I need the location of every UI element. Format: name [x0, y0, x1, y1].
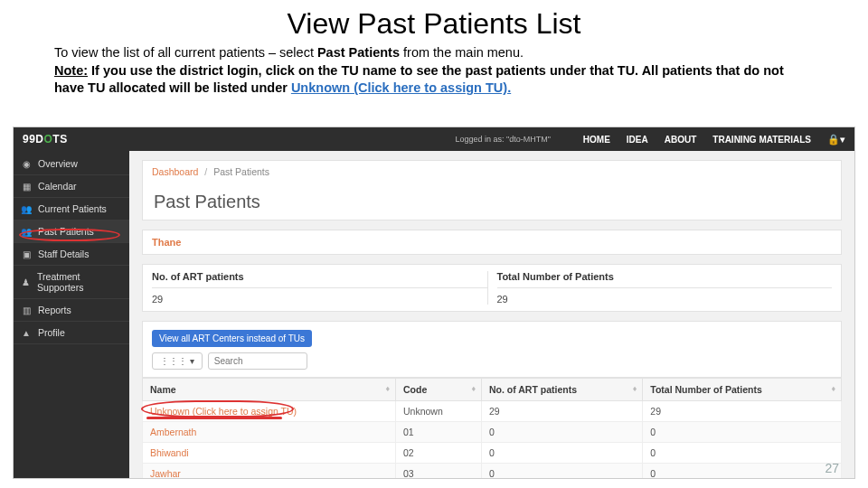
- sidebar-item-staff[interactable]: ▣Staff Details: [14, 243, 129, 266]
- tu-total: 0: [643, 422, 842, 443]
- sort-icon: ♦: [385, 384, 390, 393]
- sidebar-item-label: Profile: [38, 327, 65, 338]
- people-icon: 👥: [21, 204, 32, 214]
- table-row[interactable]: Ambernath0100: [143, 422, 842, 443]
- instr-text2: from the main menu.: [400, 45, 524, 60]
- col-label: Total Number of Patients: [650, 384, 761, 395]
- sidebar-item-overview[interactable]: ◉Overview: [14, 153, 129, 175]
- sidebar-item-reports[interactable]: ▥Reports: [14, 299, 129, 322]
- lock-icon[interactable]: 🔒▾: [827, 134, 845, 145]
- district-name: Thane: [152, 237, 181, 248]
- page-number: 27: [825, 461, 839, 475]
- breadcrumb-sep: /: [204, 166, 207, 177]
- tu-name-link[interactable]: Jawhar: [150, 468, 181, 478]
- sidebar-item-label: Reports: [38, 305, 71, 315]
- tu-name-link[interactable]: Unknown (Click here to assign TU): [150, 406, 297, 417]
- instr-bold: Past Patients: [317, 45, 400, 60]
- stat-total-header: Total Number of Patients: [497, 271, 833, 288]
- brand-tail: TS: [52, 133, 67, 145]
- nav-about[interactable]: ABOUT: [665, 135, 697, 145]
- col-total[interactable]: Total Number of Patients♦: [643, 379, 842, 401]
- page-title: Past Patients: [154, 192, 830, 212]
- sidebar-item-current-patients[interactable]: 👥Current Patients: [14, 198, 129, 221]
- sort-icon: ♦: [471, 384, 476, 393]
- sidebar-item-label: Treatment Supporters: [37, 271, 122, 293]
- brand-logo[interactable]: 99DOTS: [23, 133, 68, 145]
- tu-art: 0: [482, 464, 643, 479]
- tu-art: 29: [482, 401, 643, 422]
- table-row[interactable]: Unknown (Click here to assign TU)Unknown…: [143, 401, 842, 422]
- breadcrumb-current: Past Patients: [213, 166, 269, 177]
- columns-button[interactable]: ⋮⋮⋮ ▾: [152, 352, 203, 370]
- sidebar-item-profile[interactable]: ▲Profile: [14, 322, 129, 344]
- content-area: Dashboard / Past Patients Past Patients …: [129, 151, 854, 478]
- tu-name-link[interactable]: Ambernath: [150, 427, 196, 437]
- tu-art: 0: [482, 422, 643, 443]
- nav-training[interactable]: TRAINING MATERIALS: [712, 135, 811, 145]
- stat-total-value: 29: [497, 288, 833, 305]
- staff-icon: ▣: [21, 249, 32, 259]
- sidebar-item-past-patients[interactable]: 👥Past Patients: [14, 221, 129, 243]
- sidebar-item-label: Staff Details: [38, 249, 89, 259]
- district-row[interactable]: Thane: [142, 230, 842, 255]
- instr-text: To view the list of all current patients…: [54, 45, 317, 60]
- top-bar: 99DOTS Logged in as: "dto-MHTM" HOME IDE…: [14, 127, 854, 151]
- sidebar-item-label: Current Patients: [38, 203, 107, 214]
- tu-name-link[interactable]: Bhiwandi: [150, 447, 189, 458]
- tu-total: 0: [643, 464, 842, 479]
- search-input[interactable]: [208, 352, 307, 370]
- tu-total: 29: [643, 401, 842, 422]
- tu-code: 02: [395, 443, 481, 464]
- nav-home[interactable]: HOME: [583, 135, 610, 145]
- profile-icon: ▲: [21, 328, 32, 338]
- sort-icon: ♦: [831, 384, 835, 393]
- sidebar-item-label: Calendar: [38, 181, 77, 192]
- brand-text: 99D: [23, 133, 44, 145]
- tu-table: Name♦ Code♦ No. of ART patients♦ Total N…: [142, 378, 842, 478]
- sidebar-item-calendar[interactable]: ▦Calendar: [14, 175, 129, 198]
- col-code[interactable]: Code♦: [395, 379, 481, 401]
- sidebar-item-supporters[interactable]: ♟Treatment Supporters: [14, 266, 129, 299]
- stats-panel: No. of ART patients 29 Total Number of P…: [142, 264, 842, 312]
- app-screenshot: 99DOTS Logged in as: "dto-MHTM" HOME IDE…: [13, 127, 855, 479]
- note-label: Note:: [54, 63, 88, 78]
- tu-code: Unknown: [395, 401, 481, 422]
- breadcrumb: Dashboard / Past Patients: [142, 160, 842, 183]
- col-name[interactable]: Name♦: [143, 379, 396, 401]
- slide-title: View Past Patients List: [0, 7, 868, 41]
- sidebar: ◉Overview ▦Calendar 👥Current Patients 👥P…: [14, 151, 129, 478]
- slide-instructions: To view the list of all current patients…: [0, 44, 868, 98]
- sidebar-item-label: Overview: [38, 158, 78, 169]
- stat-art-value: 29: [152, 288, 487, 305]
- col-label: No. of ART patients: [489, 384, 577, 395]
- support-icon: ♟: [21, 277, 31, 287]
- sort-icon: ♦: [633, 384, 637, 393]
- overview-icon: ◉: [21, 159, 32, 169]
- brand-accent: O: [44, 133, 53, 145]
- stat-art-header: No. of ART patients: [152, 271, 487, 288]
- tu-code: 01: [395, 422, 481, 443]
- breadcrumb-root[interactable]: Dashboard: [152, 166, 198, 177]
- tu-code: 03: [395, 464, 481, 479]
- col-label: Code: [403, 384, 427, 395]
- col-art[interactable]: No. of ART patients♦: [482, 379, 643, 401]
- nav-idea[interactable]: IDEA: [627, 135, 648, 145]
- tu-total: 0: [643, 443, 842, 464]
- col-label: Name: [150, 384, 176, 395]
- table-row[interactable]: Jawhar0300: [143, 464, 842, 479]
- table-row[interactable]: Bhiwandi0200: [143, 443, 842, 464]
- tu-art: 0: [482, 443, 643, 464]
- note-link: Unknown (Click here to assign TU).: [291, 80, 511, 95]
- view-all-art-button[interactable]: View all ART Centers instead of TUs: [152, 330, 312, 347]
- logged-in-text: Logged in as: "dto-MHTM": [455, 135, 550, 144]
- reports-icon: ▥: [21, 305, 32, 315]
- calendar-icon: ▦: [21, 182, 32, 192]
- table-toolbar: View all ART Centers instead of TUs ⋮⋮⋮ …: [142, 321, 842, 378]
- people-icon: 👥: [21, 227, 32, 237]
- sidebar-item-label: Past Patients: [38, 226, 94, 237]
